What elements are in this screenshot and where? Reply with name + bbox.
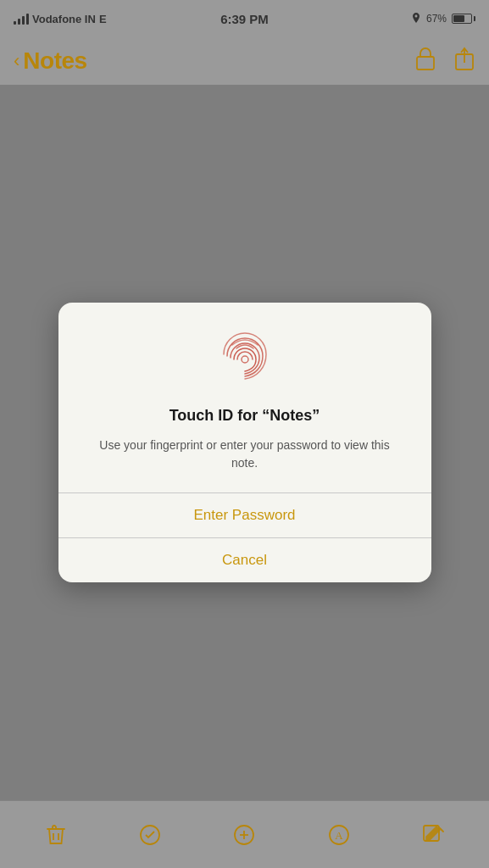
lock-icon[interactable] [414, 46, 436, 76]
nav-bar: ‹ Notes [0, 37, 489, 85]
check-button[interactable] [129, 814, 171, 856]
battery-percent-label: 67% [426, 13, 447, 25]
trash-button[interactable] [35, 814, 77, 856]
dialog-title: Touch ID for “Notes” [86, 406, 404, 426]
main-content: Touch ID for “Notes” Use your fingerprin… [0, 85, 489, 800]
dialog-message: Use your fingerprint or enter your passw… [86, 437, 404, 472]
cancel-button[interactable]: Cancel [58, 538, 431, 582]
nav-actions [414, 46, 475, 76]
chevron-left-icon: ‹ [14, 52, 19, 70]
svg-rect-0 [417, 57, 434, 70]
pencil-a-button[interactable]: A [318, 814, 360, 856]
add-button[interactable] [223, 814, 265, 856]
status-right: 67% [411, 13, 475, 25]
enter-password-button[interactable]: Enter Password [58, 493, 431, 537]
share-icon[interactable] [453, 46, 475, 76]
compose-button[interactable] [412, 814, 454, 856]
nav-back-label: Notes [23, 47, 86, 75]
status-time: 6:39 PM [220, 12, 269, 26]
fingerprint-icon [215, 330, 275, 389]
battery-icon [452, 14, 475, 24]
network-label: E [99, 13, 107, 25]
dialog-overlay: Touch ID for “Notes” Use your fingerprin… [0, 85, 489, 800]
status-bar: Vodafone IN E 6:39 PM 67% [0, 0, 489, 37]
carrier-label: Vodafone IN [32, 13, 96, 25]
bottom-toolbar: A [0, 800, 489, 868]
back-button[interactable]: ‹ Notes [14, 47, 87, 75]
touch-id-dialog: Touch ID for “Notes” Use your fingerprin… [58, 303, 431, 581]
status-left: Vodafone IN E [14, 13, 107, 25]
svg-point-3 [242, 356, 248, 363]
signal-bars [14, 13, 29, 25]
dialog-body: Touch ID for “Notes” Use your fingerprin… [58, 303, 431, 492]
location-icon [411, 13, 421, 25]
svg-text:A: A [335, 829, 343, 842]
